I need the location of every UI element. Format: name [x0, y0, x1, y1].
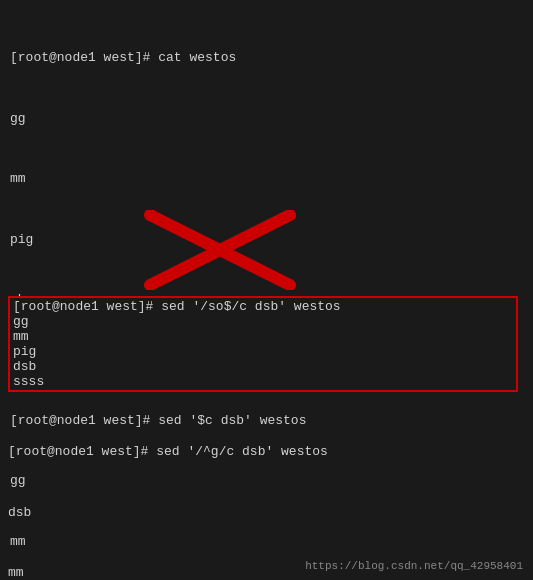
watermark: https://blog.csdn.net/qq_42958401 — [305, 560, 523, 572]
line-3: mm — [10, 169, 523, 189]
post-line-1: [root@node1 west]# sed '/^g/c dsb' westo… — [8, 442, 328, 462]
boxed-line-4: pig — [13, 344, 513, 359]
line-2: gg — [10, 109, 523, 129]
boxed-line-6: ssss — [13, 374, 513, 389]
post-line-3: mm — [8, 563, 328, 580]
post-line-2: dsb — [8, 503, 328, 523]
boxed-line-2: gg — [13, 314, 513, 329]
correct-section-box: [root@node1 west]# sed '/so$/c dsb' west… — [8, 296, 518, 392]
line-1: [root@node1 west]# cat westos — [10, 48, 523, 68]
post-box-section: [root@node1 west]# sed '/^g/c dsb' westo… — [8, 402, 328, 580]
boxed-line-1: [root@node1 west]# sed '/so$/c dsb' west… — [13, 299, 513, 314]
boxed-line-3: mm — [13, 329, 513, 344]
boxed-line-5: dsb — [13, 359, 513, 374]
red-x-marker — [140, 210, 300, 290]
